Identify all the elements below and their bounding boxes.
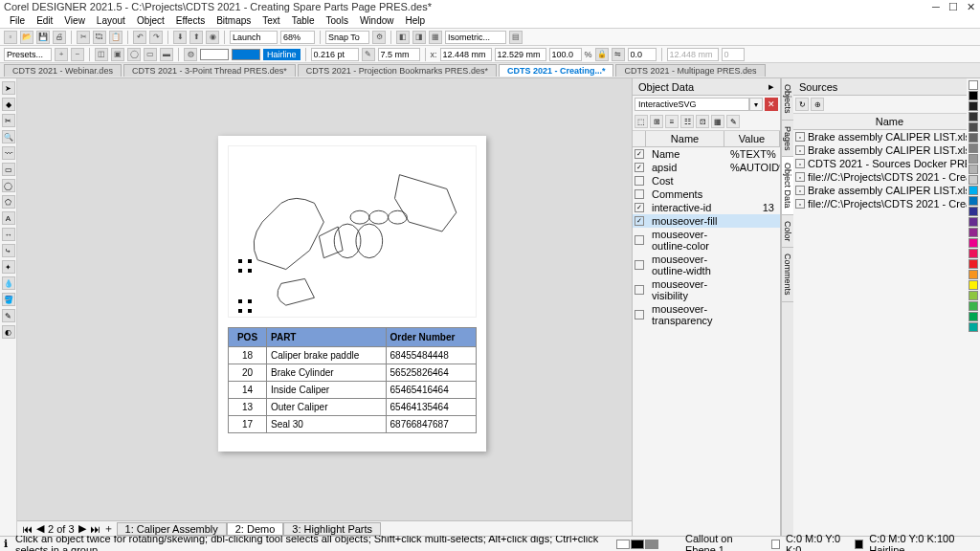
palette-swatch[interactable] (969, 80, 978, 90)
fieldset-dropdown[interactable] (635, 98, 749, 111)
field-row[interactable]: ✓apsid%AUTOID% (633, 161, 780, 174)
first-page-button[interactable]: ⏮ (21, 523, 33, 535)
checkbox[interactable] (635, 235, 644, 245)
od-tool-icon[interactable]: ☷ (680, 115, 694, 128)
add-page-button[interactable]: ＋ (103, 521, 115, 536)
x2-input[interactable] (667, 48, 719, 61)
dropdown-button[interactable]: ▾ (749, 98, 763, 111)
field-value[interactable]: 13 (730, 202, 778, 213)
palette-swatch[interactable] (969, 301, 978, 311)
projection-dropdown[interactable] (445, 31, 506, 44)
close-button[interactable]: ✕ (965, 1, 976, 13)
checkbox[interactable] (635, 176, 644, 186)
minimize-button[interactable]: ─ (930, 1, 942, 13)
cut-icon[interactable]: ✂ (77, 31, 90, 44)
palette-swatch[interactable] (969, 175, 978, 185)
dimension-tool-icon[interactable]: ↔ (2, 228, 15, 241)
new-icon[interactable]: ▫ (4, 31, 17, 44)
publish-icon[interactable]: ◉ (206, 31, 219, 44)
paste-icon[interactable]: 📋 (109, 31, 122, 44)
shape-icon[interactable]: ▣ (111, 48, 124, 61)
dim-input[interactable] (378, 48, 420, 61)
shape-icon[interactable]: ▬ (160, 48, 173, 61)
field-row[interactable]: mouseover-transparency (633, 302, 780, 327)
zoom-tool-icon[interactable]: 🔍 (2, 130, 15, 143)
palette-swatch[interactable] (969, 154, 978, 164)
src-tool-icon[interactable]: ↻ (795, 98, 809, 111)
menu-file[interactable]: File (4, 15, 31, 26)
eyedropper-tool-icon[interactable]: 💧 (2, 276, 15, 290)
field-row[interactable]: ✓interactive-id13 (633, 201, 780, 214)
shape-tool-icon[interactable]: ◆ (2, 98, 15, 111)
od-tool-icon[interactable]: ✎ (726, 115, 740, 128)
palette-swatch[interactable] (969, 165, 978, 174)
options-icon[interactable]: ⚙ (372, 31, 386, 44)
presets-dropdown[interactable] (4, 48, 52, 61)
checkbox[interactable]: ✓ (635, 203, 644, 212)
snap-dropdown[interactable] (325, 31, 369, 44)
freehand-tool-icon[interactable]: 〰 (2, 146, 15, 160)
palette-swatch[interactable] (969, 207, 978, 216)
menu-bitmaps[interactable]: Bitmaps (211, 15, 256, 26)
menu-tools[interactable]: Tools (321, 15, 354, 26)
tool-icon[interactable]: ▤ (509, 31, 523, 44)
od-tool-icon[interactable]: ⊡ (696, 115, 709, 128)
menu-table[interactable]: Table (286, 15, 321, 26)
add-preset-icon[interactable]: + (55, 48, 68, 61)
outline-width-input[interactable] (311, 48, 359, 61)
swatch[interactable] (616, 540, 630, 549)
source-row[interactable]: ▫file://C:\Projects\CDTS 2021 - Crea...3 (793, 197, 980, 210)
source-row[interactable]: ▫CDTS 2021 - Sources Docker PRES.... (793, 157, 980, 170)
field-value[interactable]: %AUTOID% (730, 162, 778, 173)
source-row[interactable]: ▫Brake assembly CALIPER LIST.xls3 (793, 184, 980, 197)
rotation-input[interactable] (628, 48, 657, 61)
fill-indicator[interactable] (771, 540, 780, 549)
w-input[interactable] (495, 48, 546, 61)
lock-icon[interactable]: 🔒 (595, 48, 609, 61)
save-icon[interactable]: 💾 (36, 31, 50, 44)
checkbox[interactable] (635, 310, 644, 320)
menu-help[interactable]: Help (400, 15, 432, 26)
source-row[interactable]: ▫file://C:\Projects\CDTS 2021 - Crea...2 (793, 170, 980, 184)
field-row[interactable]: Cost (633, 174, 780, 187)
palette-swatch[interactable] (969, 196, 978, 206)
palette-swatch[interactable] (969, 249, 978, 258)
launch-dropdown[interactable] (230, 31, 278, 44)
field-value[interactable]: %TEXT% (730, 148, 778, 160)
last-page-button[interactable]: ⏭ (90, 523, 101, 535)
document-tab[interactable]: CDTS 2021 - Projection Bookmarks PRES.de… (298, 64, 497, 77)
docker-menu-icon[interactable]: ▸ (768, 80, 774, 93)
od-tool-icon[interactable]: ⊞ (650, 115, 663, 128)
remove-preset-icon[interactable]: − (71, 48, 84, 61)
palette-swatch[interactable] (969, 291, 978, 300)
mirror-h-icon[interactable]: ⇋ (612, 48, 625, 61)
field-row[interactable]: mouseover-visibility (633, 277, 780, 302)
page-tab[interactable]: 1: Caliper Assembly (117, 522, 227, 536)
vtab-color[interactable]: Color (782, 215, 793, 249)
menu-layout[interactable]: Layout (91, 15, 131, 26)
rectangle-tool-icon[interactable]: ▭ (2, 163, 15, 176)
field-row[interactable]: ✓Name%TEXT% (633, 147, 780, 161)
text-tool-icon[interactable]: A (2, 211, 15, 225)
vtab-comments[interactable]: Comments (782, 248, 793, 302)
document-tab[interactable]: CDTS 2021 - Webinar.des (4, 64, 122, 77)
connector-tool-icon[interactable]: ⤷ (2, 244, 15, 257)
prev-page-button[interactable]: ◀ (34, 522, 46, 535)
palette-swatch[interactable] (969, 280, 978, 290)
checkbox[interactable] (635, 260, 644, 270)
swatch[interactable] (645, 540, 658, 549)
maximize-button[interactable]: ☐ (947, 1, 959, 13)
redo-icon[interactable]: ↷ (149, 31, 163, 44)
ellipse-tool-icon[interactable]: ◯ (2, 179, 15, 192)
vtab-object-data[interactable]: Object Data (782, 157, 793, 215)
palette-swatch[interactable] (969, 322, 978, 332)
field-row[interactable]: mouseover-outline-width (633, 253, 780, 277)
outline-tool-icon[interactable]: ✎ (2, 309, 15, 322)
clear-button[interactable]: ✕ (765, 98, 778, 111)
effects-tool-icon[interactable]: ✦ (2, 260, 15, 274)
shape-icon[interactable]: ▭ (144, 48, 157, 61)
open-icon[interactable]: 📂 (20, 31, 33, 44)
tool-icon[interactable]: ▦ (429, 31, 442, 44)
pick-tool-icon[interactable]: ➤ (2, 81, 15, 95)
transparency-tool-icon[interactable]: ◐ (2, 325, 15, 339)
